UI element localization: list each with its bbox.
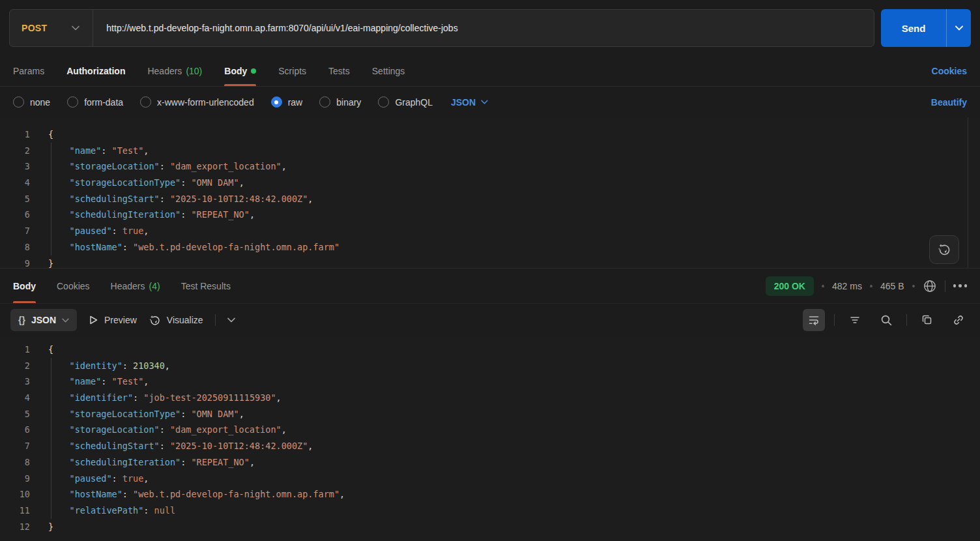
play-outline-icon <box>89 315 98 325</box>
tab-params[interactable]: Params <box>13 55 44 86</box>
response-meta: 200 OK 482 ms 465 B <box>766 269 967 303</box>
preview-button[interactable]: Preview <box>89 315 137 325</box>
request-tabs-row: Params Authorization Headers (10) Body S… <box>0 55 980 87</box>
method-selector[interactable]: POST <box>10 10 93 46</box>
radio-icon <box>13 96 24 108</box>
separator-dot <box>822 285 824 287</box>
separator-dot <box>912 285 915 287</box>
response-tab-body[interactable]: Body <box>13 269 36 303</box>
request-body-editor[interactable]: 1{2 "name": "Test",3 "storageLocation": … <box>0 117 980 269</box>
visualize-button[interactable]: Visualize <box>149 314 203 327</box>
raw-format-selector[interactable]: JSON <box>451 97 488 108</box>
response-time: 482 ms <box>832 281 862 291</box>
postbot-button[interactable] <box>929 235 959 264</box>
radio-icon <box>319 96 330 108</box>
send-button: Send <box>881 9 971 47</box>
separator-dot <box>870 285 872 287</box>
radio-selected-icon <box>271 96 282 108</box>
sparkle-circle-icon <box>937 242 951 257</box>
response-body-code: 1{2 "identity": 210340,3 "name": "Test",… <box>0 342 980 534</box>
globe-icon[interactable] <box>923 279 937 293</box>
send-options-caret[interactable] <box>946 9 971 47</box>
braces-icon: {} <box>18 315 25 325</box>
response-tab-cookies[interactable]: Cookies <box>57 269 90 303</box>
radio-icon <box>67 96 78 108</box>
method-label: POST <box>22 23 47 33</box>
radio-graphql[interactable]: GraphQL <box>378 96 433 108</box>
response-size: 465 B <box>880 281 904 291</box>
divider <box>215 314 216 326</box>
more-options-icon[interactable] <box>953 284 968 287</box>
divider <box>906 314 907 326</box>
radio-raw[interactable]: raw <box>271 96 303 108</box>
cookies-link[interactable]: Cookies <box>932 66 967 76</box>
send-button-main[interactable]: Send <box>881 9 946 47</box>
api-client-window: POST http://web.t.pd-develop-fa-night.om… <box>0 0 980 541</box>
tab-body[interactable]: Body <box>224 55 256 86</box>
chevron-down-icon <box>62 318 69 323</box>
sparkle-circle-icon <box>149 314 161 327</box>
tab-settings[interactable]: Settings <box>372 55 405 86</box>
response-toolbar: {} JSON Preview Visualize <box>0 304 980 336</box>
response-header: Body Cookies Headers (4) Test Results 20… <box>0 269 980 304</box>
response-body-editor[interactable]: 1{2 "identity": 210340,3 "name": "Test",… <box>0 336 980 541</box>
tab-tests[interactable]: Tests <box>328 55 350 86</box>
search-icon[interactable] <box>875 309 897 331</box>
link-icon[interactable] <box>947 309 970 331</box>
tab-headers[interactable]: Headers (10) <box>147 55 202 86</box>
body-type-row: none form-data x-www-form-urlencoded raw… <box>0 87 980 117</box>
chevron-down-icon <box>955 25 963 31</box>
request-tabs: Params Authorization Headers (10) Body S… <box>13 55 932 86</box>
divider <box>834 314 835 326</box>
request-url-bar: POST http://web.t.pd-develop-fa-night.om… <box>9 9 874 47</box>
body-modified-dot <box>251 68 256 74</box>
status-badge: 200 OK <box>766 276 814 296</box>
format-options-chevron-icon[interactable] <box>227 317 235 323</box>
request-url-row: POST http://web.t.pd-develop-fa-night.om… <box>0 0 980 55</box>
radio-binary[interactable]: binary <box>319 96 361 108</box>
url-input[interactable]: http://web.t.pd-develop-fa-night.omn.ap.… <box>93 23 457 33</box>
response-format-selector[interactable]: {} JSON <box>10 309 77 331</box>
filter-icon[interactable] <box>844 309 866 331</box>
response-tab-headers[interactable]: Headers (4) <box>111 269 160 303</box>
response-tabs: Body Cookies Headers (4) Test Results <box>13 269 766 303</box>
chevron-down-icon <box>481 100 488 104</box>
beautify-link[interactable]: Beautify <box>931 97 967 108</box>
radio-icon <box>378 96 389 108</box>
chevron-down-icon <box>72 25 79 31</box>
tab-authorization[interactable]: Authorization <box>66 55 125 86</box>
response-toolbar-right <box>803 309 970 331</box>
tab-scripts[interactable]: Scripts <box>278 55 306 86</box>
divider <box>945 280 945 292</box>
request-body-code: 1{2 "name": "Test",3 "storageLocation": … <box>0 126 980 269</box>
radio-none[interactable]: none <box>13 96 50 108</box>
response-tab-test-results[interactable]: Test Results <box>181 269 231 303</box>
radio-x-www-form-urlencoded[interactable]: x-www-form-urlencoded <box>140 96 254 108</box>
radio-form-data[interactable]: form-data <box>67 96 123 108</box>
scrollbar-track[interactable] <box>968 117 968 268</box>
radio-icon <box>140 96 151 108</box>
copy-icon[interactable] <box>916 309 938 331</box>
word-wrap-icon[interactable] <box>803 309 825 331</box>
